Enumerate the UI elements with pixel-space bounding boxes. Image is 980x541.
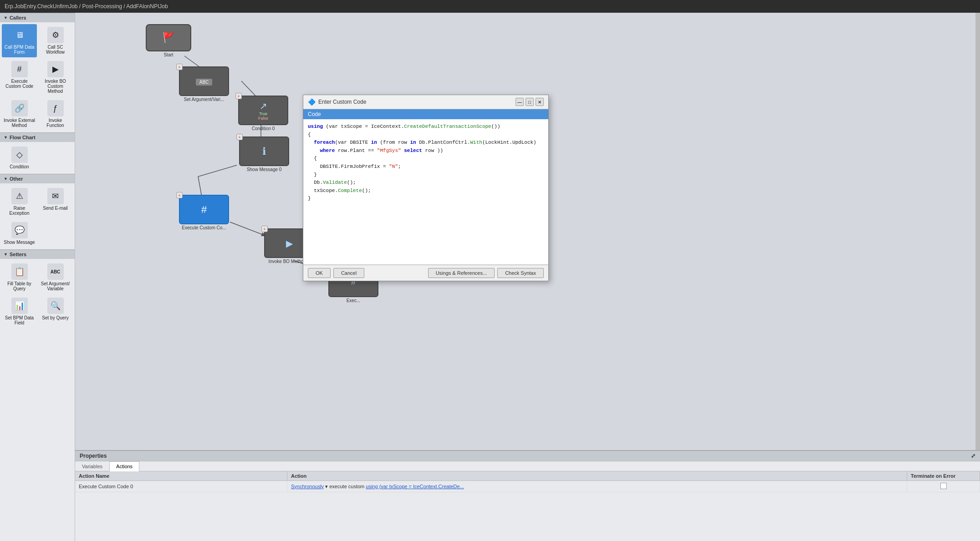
set-argument-icon: ABC [47, 263, 64, 280]
code-line-5: { [308, 155, 544, 163]
action-cell: Synchronously ▾ execute custom using (va… [287, 481, 907, 492]
sidebar-callers-grid: 🖥 Call BPM Data Form ⚙ Call SC Workflow … [0, 22, 75, 132]
condition0-node-label: Condition 0 [252, 126, 275, 131]
execute-custom-node-box[interactable]: + # [179, 195, 229, 224]
col-terminate: Terminate on Error [907, 471, 980, 481]
invoke-bo-plus-btn[interactable]: + [261, 226, 268, 232]
sidebar-setters-grid: 📋 Fill Table by Query ABC Set Argument/ … [0, 259, 75, 330]
modal-controls: — □ ✕ [516, 98, 544, 106]
sidebar-item-raise-exception[interactable]: ⚠ Raise Exception [2, 185, 37, 218]
set-argument-plus-btn[interactable]: + [176, 64, 183, 70]
start-node-box[interactable]: 🚩 [146, 24, 191, 51]
modal-ok-button[interactable]: OK [308, 268, 331, 278]
app-container: Erp.JobEntry.CheckUnfirmJob / Post-Proce… [0, 0, 980, 541]
sidebar-item-set-bpm[interactable]: 📊 Set BPM Data Field [2, 295, 37, 328]
tab-actions[interactable]: Actions [109, 461, 139, 471]
canvas-area[interactable]: 🚩 Start + ABC Set Argument/Vari... + [75, 13, 980, 450]
sidebar-flowchart-grid: ◇ Condition [0, 142, 75, 174]
fill-table-icon: 📋 [11, 263, 28, 280]
execute-custom-node-label: Execute Custom Co... [182, 225, 226, 230]
execute-custom-icon: # [11, 61, 28, 77]
execute-custom-plus-btn[interactable]: + [176, 192, 183, 198]
canvas-resize-handle[interactable] [975, 13, 980, 450]
properties-header: Properties ⤢ [75, 451, 980, 461]
set-by-query-icon: 🔍 [47, 298, 64, 314]
flow-node-set-argument[interactable]: + ABC Set Argument/Vari... [179, 66, 229, 102]
raise-exception-icon: ⚠ [11, 188, 28, 204]
sidebar-item-call-sc[interactable]: ⚙ Call SC Workflow [38, 24, 73, 57]
send-email-icon: ✉ [47, 188, 64, 204]
show-message-plus-btn[interactable]: + [236, 134, 243, 140]
code-line-6: DBSITE.FirmJobPrefix = "N"; [308, 163, 544, 171]
sidebar-item-set-by-query[interactable]: 🔍 Set by Query [38, 295, 73, 328]
code-line-2: { [308, 131, 544, 139]
sidebar-item-execute-custom[interactable]: # Execute Custom Code [2, 58, 37, 96]
flow-node-show-message[interactable]: + ℹ Show Message 0 [239, 137, 289, 172]
modal-cancel-button[interactable]: Cancel [333, 268, 364, 278]
flow-node-start[interactable]: 🚩 Start [146, 24, 191, 57]
enter-custom-code-dialog: 🔷 Enter Custom Code — □ ✕ Code [303, 95, 549, 281]
condition0-plus-btn[interactable]: + [235, 93, 242, 99]
breadcrumb: Erp.JobEntry.CheckUnfirmJob / Post-Proce… [0, 0, 980, 13]
code-line-1: using (var txScope = IceContext.CreateDe… [308, 123, 544, 131]
flowchart-collapse-icon: ▼ [4, 135, 8, 140]
set-argument-node-label: Set Argument/Vari... [184, 97, 225, 102]
modal-title-icon: 🔷 [308, 98, 316, 106]
sidebar-other-grid: ⚠ Raise Exception ✉ Send E-mail 💬 Show M… [0, 183, 75, 249]
table-row: Execute Custom Code 0 Synchronously ▾ ex… [75, 481, 980, 492]
code-line-4: where row.Plant == "MfgSys" select row )… [308, 147, 544, 155]
invoke-function-icon: ƒ [47, 100, 64, 116]
invoke-external-icon: 🔗 [11, 100, 28, 116]
sidebar-callers-header[interactable]: ▼ Callers [0, 13, 75, 22]
sync-indicator: ▾ [325, 484, 329, 489]
col-action-name: Action Name [75, 471, 287, 481]
setters-collapse-icon: ▼ [4, 252, 8, 257]
condition-icon: ◇ [11, 147, 28, 163]
modal-code-tab[interactable]: Code [303, 109, 548, 119]
set-argument-node-box[interactable]: + ABC [179, 66, 229, 96]
sidebar-setters-header[interactable]: ▼ Setters [0, 249, 75, 259]
show-message-icon: 💬 [11, 222, 28, 238]
flow-node-condition0[interactable]: + ↗ True False Condition 0 [238, 96, 288, 131]
other-collapse-icon: ▼ [4, 177, 8, 181]
code-editor[interactable]: using (var txScope = IceContext.CreateDe… [303, 119, 548, 265]
sidebar-item-show-message[interactable]: 💬 Show Message [2, 219, 37, 248]
show-message-node-box[interactable]: + ℹ [239, 137, 289, 166]
code-preview-link[interactable]: using (var txScope = IceContext.CreateDe… [366, 484, 464, 489]
sidebar-item-condition[interactable]: ◇ Condition [2, 144, 37, 172]
code-line-9: txScope.Complete(); [308, 187, 544, 195]
callers-collapse-icon: ▼ [4, 15, 8, 20]
sidebar-flowchart-header[interactable]: ▼ Flow Chart [0, 132, 75, 142]
tab-variables[interactable]: Variables [75, 461, 109, 471]
sidebar-item-call-bpm[interactable]: 🖥 Call BPM Data Form [2, 24, 37, 57]
sidebar-item-set-argument[interactable]: ABC Set Argument/ Variable [38, 261, 73, 294]
call-sc-icon: ⚙ [47, 27, 64, 43]
modal-usings-button[interactable]: Usings & References... [428, 268, 495, 278]
modal-right-buttons: Usings & References... Check Syntax [428, 268, 544, 278]
flow-node-execute-custom[interactable]: + # Execute Custom Co... [179, 195, 229, 230]
show-message-node-label: Show Message 0 [247, 167, 282, 172]
terminate-cell [907, 481, 980, 492]
synchronously-link[interactable]: Synchronously [291, 484, 324, 489]
properties-expand-icon[interactable]: ⤢ [971, 453, 975, 459]
invoke-bo-icon: ▶ [47, 61, 64, 77]
modal-minimize-btn[interactable]: — [516, 98, 524, 106]
sidebar-item-invoke-bo[interactable]: ▶ Invoke BO Custom Method [38, 58, 73, 96]
exec2-node-label: Exec... [347, 298, 361, 303]
modal-footer: OK Cancel Usings & References... Check S… [303, 265, 548, 281]
sidebar-item-invoke-function[interactable]: ƒ Invoke Function [38, 97, 73, 131]
modal-check-syntax-button[interactable]: Check Syntax [497, 268, 544, 278]
sidebar-item-invoke-external[interactable]: 🔗 Invoke External Method [2, 97, 37, 131]
svg-line-3 [230, 222, 265, 236]
code-line-8: Db.Validate(); [308, 179, 544, 187]
modal-close-btn[interactable]: ✕ [536, 98, 544, 106]
sidebar-item-fill-table[interactable]: 📋 Fill Table by Query [2, 261, 37, 294]
call-bpm-icon: 🖥 [11, 27, 28, 43]
terminate-checkbox[interactable] [940, 483, 947, 489]
properties-table: Action Name Action Terminate on Error Ex… [75, 471, 980, 541]
modal-maximize-btn[interactable]: □ [526, 98, 534, 106]
sidebar-item-send-email[interactable]: ✉ Send E-mail [38, 185, 73, 218]
condition0-node-box[interactable]: + ↗ True False [238, 96, 288, 125]
set-bpm-icon: 📊 [11, 298, 28, 314]
sidebar-other-header[interactable]: ▼ Other [0, 174, 75, 183]
